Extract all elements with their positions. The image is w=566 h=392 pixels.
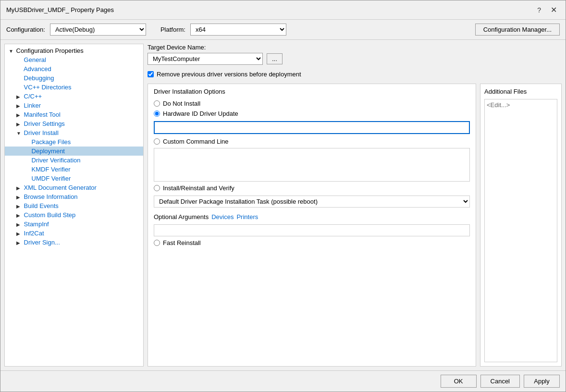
- install-verify-row: Install/Reinstall and Verify: [154, 184, 470, 192]
- remove-previous-row: Remove previous driver versions before d…: [148, 71, 562, 78]
- remove-previous-checkbox[interactable]: [148, 71, 154, 77]
- sidebar-item-driver-install[interactable]: Driver Install: [5, 128, 143, 137]
- sidebar-item-xml-doc-gen[interactable]: XML Document Generator: [5, 183, 143, 192]
- sidebar-item-deployment[interactable]: Deployment: [5, 147, 143, 156]
- devices-link[interactable]: Devices: [211, 213, 234, 220]
- sidebar-item-cpp[interactable]: C/C++: [5, 92, 143, 101]
- dialog-title: MyUSBDriver_UMDF_ Property Pages: [6, 6, 114, 13]
- custom-cmd-textarea[interactable]: [154, 148, 470, 182]
- sidebar-tree: Configuration Properties General Advance…: [4, 44, 144, 367]
- main-content: Configuration Properties General Advance…: [0, 40, 566, 370]
- additional-files-edit[interactable]: <Edit...>: [484, 99, 557, 362]
- sidebar-item-custom-build-step[interactable]: Custom Build Step: [5, 210, 143, 220]
- additional-files-panel: Additional Files <Edit...>: [480, 84, 562, 367]
- do-not-install-radio[interactable]: [154, 100, 160, 107]
- sidebar-item-package-files[interactable]: Package Files: [5, 137, 143, 147]
- hw-id-row: Hardware ID Driver Update: [154, 110, 470, 117]
- hw-id-radio[interactable]: [154, 110, 160, 117]
- sidebar-item-kmdf-verifier[interactable]: KMDF Verifier: [5, 165, 143, 174]
- sidebar-item-driver-verification[interactable]: Driver Verification: [5, 156, 143, 165]
- do-not-install-label: Do Not Install: [163, 100, 200, 107]
- sidebar-item-build-events[interactable]: Build Events: [5, 201, 143, 210]
- right-panel: Target Device Name: MyTestComputer ... R…: [148, 44, 562, 367]
- sidebar-item-browse-info[interactable]: Browse Information: [5, 192, 143, 201]
- configuration-select[interactable]: Active(Debug): [50, 24, 146, 36]
- title-bar: MyUSBDriver_UMDF_ Property Pages ? ✕: [0, 0, 566, 20]
- target-device-label: Target Device Name:: [148, 44, 562, 51]
- sidebar-item-advanced[interactable]: Advanced: [5, 64, 143, 74]
- custom-cmd-row: Custom Command Line: [154, 138, 470, 145]
- install-verify-label: Install/Reinstall and Verify: [163, 184, 234, 192]
- target-device-row: MyTestComputer ...: [148, 53, 562, 65]
- remove-previous-label: Remove previous driver versions before d…: [157, 71, 301, 78]
- optional-args-input[interactable]: [154, 224, 470, 236]
- cancel-button[interactable]: Cancel: [480, 375, 520, 388]
- sidebar-item-inf2cat[interactable]: Inf2Cat: [5, 229, 143, 238]
- driver-options-panel: Driver Installation Options Do Not Insta…: [148, 84, 476, 367]
- fast-reinstall-row: Fast Reinstall: [154, 239, 470, 246]
- sidebar-item-manifest-tool[interactable]: Manifest Tool: [5, 110, 143, 119]
- hw-id-label: Hardware ID Driver Update: [163, 110, 238, 117]
- title-bar-controls: ? ✕: [534, 4, 560, 15]
- sidebar-item-linker[interactable]: Linker: [5, 101, 143, 110]
- do-not-install-row: Do Not Install: [154, 100, 470, 107]
- optional-args-row: Optional Arguments Devices Printers: [154, 213, 470, 220]
- sidebar-item-driver-signing[interactable]: Driver Sign...: [5, 238, 143, 247]
- sidebar-item-general[interactable]: General: [5, 55, 143, 64]
- platform-select[interactable]: x64: [190, 24, 286, 36]
- fast-reinstall-radio[interactable]: [154, 240, 160, 246]
- sidebar-item-debugging[interactable]: Debugging: [5, 74, 143, 83]
- optional-args-label: Optional Arguments: [154, 213, 209, 220]
- ok-button[interactable]: OK: [441, 375, 477, 388]
- config-bar: Configuration: Active(Debug) Platform: x…: [0, 20, 566, 40]
- sidebar-item-stampinf[interactable]: StampInf: [5, 220, 143, 229]
- driver-install-options-title: Driver Installation Options: [154, 88, 470, 95]
- sidebar-item-vc-directories[interactable]: VC++ Directories: [5, 83, 143, 92]
- close-button[interactable]: ✕: [548, 4, 560, 15]
- custom-cmd-radio[interactable]: [154, 138, 160, 145]
- config-manager-button[interactable]: Configuration Manager...: [475, 24, 560, 36]
- sidebar-item-config-props[interactable]: Configuration Properties: [5, 46, 143, 55]
- help-button[interactable]: ?: [534, 5, 544, 15]
- target-device-select[interactable]: MyTestComputer: [148, 53, 263, 65]
- custom-cmd-label: Custom Command Line: [163, 138, 229, 145]
- sidebar-item-driver-settings[interactable]: Driver Settings: [5, 119, 143, 128]
- additional-files-title: Additional Files: [484, 88, 557, 95]
- apply-button[interactable]: Apply: [524, 375, 560, 388]
- config-label: Configuration:: [6, 26, 45, 33]
- bottom-bar: OK Cancel Apply: [0, 370, 566, 392]
- fast-reinstall-label: Fast Reinstall: [163, 239, 201, 246]
- browse-button[interactable]: ...: [267, 53, 283, 64]
- hw-id-input[interactable]: Root\MyUSBDriver_UMDF_: [154, 121, 470, 134]
- main-panels: Driver Installation Options Do Not Insta…: [148, 84, 562, 367]
- platform-label: Platform:: [160, 26, 185, 33]
- sidebar-item-umdf-verifier[interactable]: UMDF Verifier: [5, 174, 143, 183]
- printers-link[interactable]: Printers: [236, 213, 258, 220]
- install-verify-select[interactable]: Default Driver Package Installation Task…: [154, 196, 470, 208]
- install-verify-radio[interactable]: [154, 185, 160, 191]
- property-pages-dialog: MyUSBDriver_UMDF_ Property Pages ? ✕ Con…: [0, 0, 566, 392]
- target-device-section: Target Device Name: MyTestComputer ...: [148, 44, 562, 65]
